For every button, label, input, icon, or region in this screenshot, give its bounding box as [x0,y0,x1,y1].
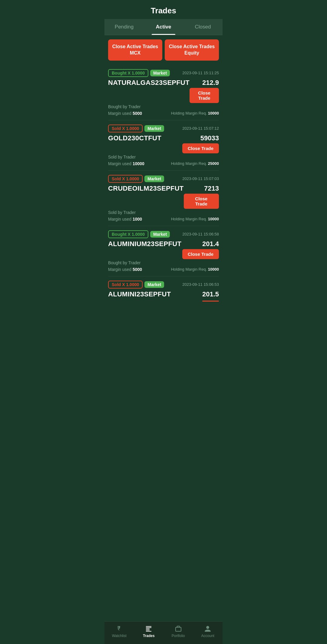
account-icon [204,625,211,632]
trades-icon [145,625,152,632]
trade-right: 7213 Close Trade [184,185,219,209]
trade-main: ALUMINIUM23SEPFUT 201.4 Close Trade [108,240,219,259]
trade-header: Bought X 1.0000 Market 2023-09-11 15:06:… [108,230,219,238]
tab-closed[interactable]: Closed [183,19,223,35]
trade-name: ALUMINIUM23SEPFUT [108,240,181,248]
margin-used: Margin used 10000 [108,161,144,166]
trade-badges: Bought X 1.0000 Market [108,230,170,238]
nav-item-watchlist[interactable]: Watchlist [104,624,134,639]
margin-used: Margin used 1000 [108,217,142,222]
trade-timestamp: 2023-09-11 15:06:58 [182,232,219,236]
badge-market: Market [144,125,164,132]
portfolio-icon [175,625,182,632]
trade-header: Bought X 1.0000 Market 2023-09-11 15:11:… [108,69,219,77]
trade-name: CRUDEOILM23SEPFUT [108,185,184,192]
trade-right: 201.4 Close Trade [182,240,219,259]
holding-margin: Holding Margin Req. 10000 [171,217,219,221]
action-buttons-container: Close Active Trades MCX Close Active Tra… [104,35,223,65]
nav-item-portfolio[interactable]: Portfolio [164,624,193,639]
trade-timestamp: 2023-09-11 15:06:53 [182,282,219,287]
price-underline [202,301,219,302]
trade-seller: Bought by Trader [108,104,219,109]
trade-item: Sold X 1.0000 Market 2023-09-11 15:07:03… [108,171,219,226]
bottom-nav: Watchlist Trades Portfolio Account [104,621,223,644]
trade-main: NATURALGAS23SEPFUT 212.9 Close Trade [108,79,219,103]
trade-right: 201.5 [202,290,219,302]
trade-main: ALUMINI23SEPFUT 201.5 [108,290,219,302]
trade-name: GOLD230CTFUT [108,134,161,142]
trade-right: 212.9 Close Trade [190,79,219,103]
holding-margin: Holding Margin Req. 10000 [171,111,219,115]
close-active-trades-mcx-button[interactable]: Close Active Trades MCX [108,39,162,61]
badge-sold: Sold X 1.0000 [108,175,143,183]
trades-list: Bought X 1.0000 Market 2023-09-11 15:11:… [104,65,223,334]
badge-market: Market [150,70,170,76]
trade-price: 201.5 [202,290,219,298]
trade-header: Sold X 1.0000 Market 2023-09-11 15:07:03 [108,175,219,183]
close-active-trades-equity-button[interactable]: Close Active Trades Equity [165,39,219,61]
close-trade-button[interactable]: Close Trade [184,194,219,209]
trade-seller: Bought by Trader [108,260,219,265]
badge-market: Market [144,281,164,288]
page-title: Trades [151,6,176,15]
holding-margin: Holding Margin Req. 10000 [171,267,219,272]
header: Trades [104,0,223,19]
trade-price: 7213 [204,185,219,192]
trade-item: Bought X 1.0000 Market 2023-09-11 15:11:… [108,65,219,120]
nav-label-watchlist: Watchlist [112,634,127,638]
close-trade-button[interactable]: Close Trade [190,88,219,103]
trade-badges: Sold X 1.0000 Market [108,175,164,183]
badge-market: Market [150,231,170,238]
trade-name: NATURALGAS23SEPFUT [108,79,190,87]
nav-label-trades: Trades [143,634,155,638]
trade-main: GOLD230CTFUT 59033 Close Trade [108,134,219,153]
trade-main: CRUDEOILM23SEPFUT 7213 Close Trade [108,185,219,209]
trade-badges: Bought X 1.0000 Market [108,69,170,77]
trade-seller: Sold by Trader [108,155,219,159]
trade-price: 201.4 [202,240,219,248]
trade-right: 59033 Close Trade [182,134,219,153]
tab-active[interactable]: Active [144,19,183,35]
margin-used: Margin used 5000 [108,267,142,272]
trade-price: 212.9 [202,79,219,87]
trade-item: Sold X 1.0000 Market 2023-09-11 15:06:53… [108,276,219,307]
nav-label-account: Account [201,634,214,638]
trade-seller: Sold by Trader [108,210,219,215]
close-trade-button[interactable]: Close Trade [182,143,219,153]
trade-name: ALUMINI23SEPFUT [108,290,171,298]
nav-label-portfolio: Portfolio [172,634,185,638]
trade-item: Sold X 1.0000 Market 2023-09-11 15:07:12… [108,120,219,171]
trade-price: 59033 [200,134,219,142]
badge-sold: Sold X 1.0000 [108,281,143,289]
trade-timestamp: 2023-09-11 15:07:03 [182,176,219,181]
trade-timestamp: 2023-09-11 15:07:12 [182,126,219,131]
trade-badges: Sold X 1.0000 Market [108,281,164,289]
trade-header: Sold X 1.0000 Market 2023-09-11 15:06:53 [108,281,219,289]
trade-footer: Margin used 1000 Holding Margin Req. 100… [108,217,219,222]
margin-used: Margin used 5000 [108,111,142,116]
trade-header: Sold X 1.0000 Market 2023-09-11 15:07:12 [108,125,219,132]
trade-footer: Margin used 10000 Holding Margin Req. 25… [108,161,219,166]
trade-footer: Margin used 5000 Holding Margin Req. 100… [108,111,219,116]
nav-item-account[interactable]: Account [193,624,223,639]
trade-timestamp: 2023-09-11 15:11:25 [182,71,219,75]
badge-market: Market [144,175,164,182]
trade-footer: Margin used 5000 Holding Margin Req. 100… [108,267,219,272]
holding-margin: Holding Margin Req. 25000 [171,161,219,166]
badge-bought: Bought X 1.0000 [108,230,148,238]
nav-item-trades[interactable]: Trades [134,624,164,639]
tab-pending[interactable]: Pending [104,19,144,35]
rupee-icon [116,625,123,632]
badge-bought: Bought X 1.0000 [108,69,148,77]
trade-badges: Sold X 1.0000 Market [108,125,164,132]
tabs-container: Pending Active Closed [104,19,223,35]
badge-sold: Sold X 1.0000 [108,125,143,132]
trade-item: Bought X 1.0000 Market 2023-09-11 15:06:… [108,226,219,276]
close-trade-button[interactable]: Close Trade [182,249,219,259]
